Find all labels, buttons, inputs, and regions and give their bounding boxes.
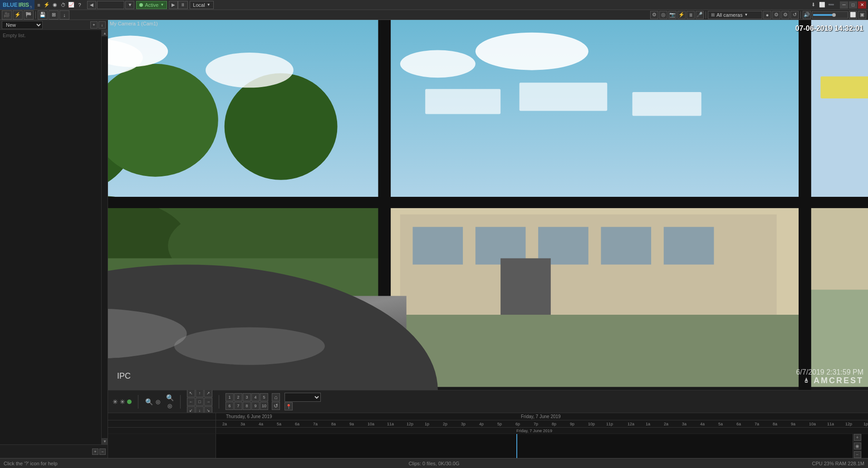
tick-7p: 7p [534,422,538,426]
expand-icon[interactable]: ⬜ [818,1,826,9]
tick-1a-fri: 1a [646,422,650,426]
all-cameras-dropdown[interactable]: ⊞ All cameras ▼ [708,11,762,19]
status-dot-icon [139,3,143,7]
toolbar-grid-icon[interactable]: ⊞ [49,10,59,20]
tick-4a-fri: 4a [700,422,705,426]
logo-blue: BLUE [3,2,18,8]
scroll-up-arrow[interactable]: ▲ [102,30,108,36]
toolbar-settings-icon[interactable]: ⚙ [650,11,658,19]
toolbar-flash-icon[interactable]: ⚡ [13,10,23,20]
video-overlay-ipc: IPC [117,371,131,381]
tick-5p: 5p [497,422,502,426]
toolbar-expand2-icon[interactable]: ⬜ [849,11,857,19]
zoom-crosshair2-icon[interactable]: ◎ [166,402,174,410]
menu-chart-icon[interactable]: 📈 [68,1,75,9]
status-label: Active [145,2,158,8]
preset-select-dropdown[interactable] [284,393,321,402]
camera-toolbar: ⚙ ◎ 📷 ⚡ ⏸ 🎤 ⊞ All cameras ▼ ● ⚙ ⚙ ↺ 🔊 ⬜ … [650,11,866,19]
ptz-right-button[interactable]: → [204,398,212,406]
download-icon[interactable]: ⬇ [809,1,817,9]
locate-button[interactable]: 📍 [284,402,293,410]
left-scrollbar[interactable]: ▲ ▼ [101,30,108,444]
timeline-btn-2[interactable]: ◉ [854,443,861,449]
toolbar-dot-icon[interactable]: ● [763,11,771,19]
timeline-track[interactable]: + ◉ − [108,434,868,458]
menu-icon-list: ≡ ⚡ ◉ ⏱ 📈 ? [34,1,83,9]
local-dropdown[interactable]: Local ▼ [190,1,213,9]
preset-4-button[interactable]: 4 [251,393,260,401]
preset-7-button[interactable]: 7 [234,402,242,410]
preset-5-button[interactable]: 5 [260,393,268,401]
video-frame[interactable]: 07-06-2019 14:32:01 IPC 6/7/2019 2:31:59… [108,20,868,390]
zoom-out-button[interactable]: 🔍 [166,394,174,402]
ptz-upleft-button[interactable]: ↖ [187,389,195,397]
toolbar-mic-icon[interactable]: 🎤 [696,11,704,19]
timeline-left-spacer [108,413,216,420]
amcrest-brand-label: AMCREST [814,376,863,385]
preset-1-button[interactable]: 1 [226,393,234,401]
home-button[interactable]: ⌂ [272,393,280,401]
toolbar-trigger-icon[interactable]: ⚡ [677,11,686,19]
zoom-minus-button[interactable]: − [99,448,106,455]
left-panel-bottom: + − [0,444,108,458]
zoom-in-button[interactable]: 🔍 [145,398,153,406]
camera-list-dropdown[interactable]: New [2,21,43,29]
toolbar-reload-icon[interactable]: ↺ [790,11,799,19]
toolbar-volume-icon[interactable]: 🔊 [803,11,811,19]
video-section: My Camera 1 (Cam1) [108,20,868,458]
ptz-up-button[interactable]: ↑ [196,389,204,397]
zoom-crosshair-icon[interactable]: ◎ [154,398,162,406]
scroll-down-arrow[interactable]: ▼ [102,438,108,444]
ptz-center-button[interactable]: □ [196,398,204,406]
nav-back-button[interactable]: ◀ [87,1,96,9]
menu-clock-icon[interactable]: ⏱ [59,1,67,9]
toolbar-maximize-icon[interactable]: ▣ [858,11,866,19]
tick-9a: 9a [349,422,354,426]
preset-9-button[interactable]: 9 [251,402,260,410]
ptz-left-button[interactable]: ← [187,398,195,406]
camera-list-arrow-icon[interactable]: ↓ [98,21,106,29]
preset-8-button[interactable]: 8 [243,402,251,410]
window-minimize-button[interactable]: ─ [840,1,848,9]
pause-button[interactable]: ⏸ [178,1,188,9]
toolbar-flag-icon[interactable]: 🏁 [24,10,34,20]
status-asterisk-1: ✳ [113,398,118,405]
status-dropdown[interactable]: Active ▼ [136,1,167,9]
preset-3-button[interactable]: 3 [243,393,251,401]
all-cameras-label: All cameras [716,12,742,18]
timeline-btn-3[interactable]: − [854,451,861,458]
menu-help-icon[interactable]: ? [76,1,83,9]
refresh-button[interactable]: ↺ [272,402,280,410]
ptz-upright-button[interactable]: ↗ [204,389,212,397]
toolbar-settings3-icon[interactable]: ⚙ [781,11,790,19]
status-lights: ✳ ✳ [113,398,132,405]
svg-rect-29 [601,227,651,264]
add-camera-button[interactable]: + [90,21,98,29]
toolbar-arrow-icon[interactable]: ↓ [59,10,69,20]
minimize-icon[interactable]: ➖ [827,1,835,9]
volume-slider[interactable] [812,11,848,19]
zoom-plus-button[interactable]: + [92,448,98,455]
menu-record-icon[interactable]: ◉ [51,1,59,9]
toolbar-camera2-icon[interactable]: 📷 [668,11,677,19]
preset-select-controls: 📍 [284,393,321,410]
cameras-chevron-icon: ▼ [744,13,748,17]
timeline-btn-1[interactable]: + [854,434,861,441]
window-restore-button[interactable]: □ [849,1,857,9]
tick-9a-fri: 9a [791,422,795,426]
toolbar-motion-icon[interactable]: ◎ [659,11,667,19]
menu-flash-icon[interactable]: ⚡ [43,1,50,9]
toolbar-camera-icon[interactable]: 🎥 [2,10,12,20]
tick-8a-fri: 8a [773,422,777,426]
menu-list-icon[interactable]: ≡ [35,1,42,9]
preset-2-button[interactable]: 2 [234,393,242,401]
nav-forward-button[interactable]: ▼ [125,1,134,9]
window-close-button[interactable]: ✕ [858,1,866,9]
current-day-label: Friday, 7 June 2019 [516,429,552,433]
preset-6-button[interactable]: 6 [226,402,234,410]
toolbar-pause-icon[interactable]: ⏸ [687,11,695,19]
toolbar-save-icon[interactable]: 💾 [38,10,48,20]
play-button[interactable]: ▶ [169,1,178,9]
preset-10-button[interactable]: 10 [260,402,268,410]
toolbar-settings2-icon[interactable]: ⚙ [772,11,780,19]
